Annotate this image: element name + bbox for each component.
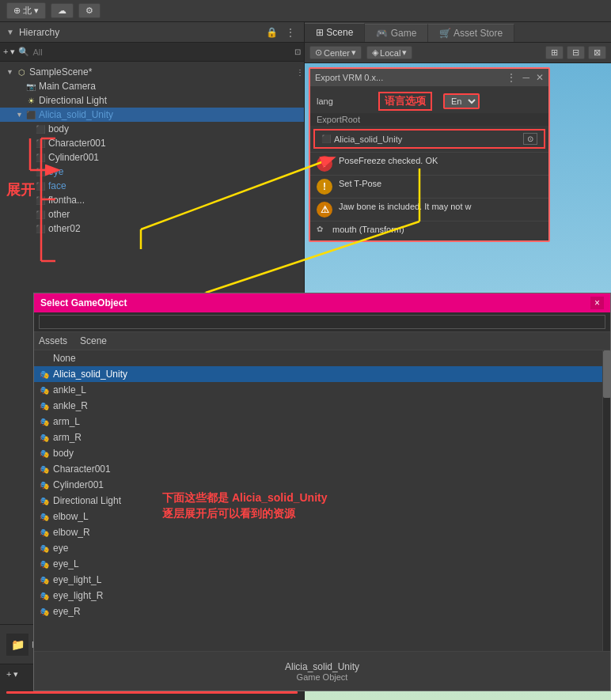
layer-button[interactable]: ⊠ — [588, 46, 606, 59]
search-input[interactable] — [32, 47, 291, 57]
alert-error-icon: ! — [317, 156, 332, 172]
dialog-item-label-body: body — [53, 448, 74, 459]
dialog-item-eye-r[interactable]: 🎭 eye_R — [34, 604, 602, 619]
dialog-item-ankle-l[interactable]: 🎭 ankle_L — [34, 382, 602, 398]
tree-arrow: ▼ — [6, 68, 16, 76]
grid-button[interactable]: ⊞ — [545, 46, 564, 59]
dialog-item-eye-light-l[interactable]: 🎭 eye_light_L — [34, 572, 602, 588]
mouth-icon: ✿ — [317, 225, 323, 233]
tree-label-alicia: Alicia_solid_Unity — [39, 109, 113, 120]
dialog-item-label-ankle-r: ankle_R — [53, 400, 88, 411]
local-button[interactable]: ◈ Local ▾ — [366, 46, 412, 59]
location-button[interactable]: ⊕ 北 ▾ — [6, 2, 46, 19]
tree-item-eye[interactable]: ⬛ eye — [0, 165, 304, 179]
tree-item-cylinder001[interactable]: ⬛ Cylinder001 — [0, 150, 304, 165]
dialog-item-label-eye-l: eye_L — [53, 558, 79, 569]
dialog-scrollbar-thumb[interactable] — [603, 350, 611, 398]
dropdown-arrow: ▾ — [34, 6, 39, 16]
vrm-alert-2-text: Set T-Pose — [339, 179, 381, 188]
tree-item-body[interactable]: ⬛ body — [0, 122, 304, 136]
settings-button[interactable]: ⚙ — [78, 3, 101, 18]
vrm-close-icon[interactable]: ✕ — [536, 72, 544, 83]
tree-item-other02[interactable]: ⬛ other02 — [0, 221, 304, 236]
dialog-item-eye[interactable]: 🎭 eye — [34, 540, 602, 556]
dialog-item-cylinder001[interactable]: 🎭 Cylinder001 — [34, 477, 602, 493]
dialog-item-eye-light-r[interactable]: 🎭 eye_light_R — [34, 588, 602, 604]
vrm-alert-1: ! PoseFreeze checked. OK — [310, 152, 548, 175]
body-icon: 🎭 — [39, 448, 50, 459]
vrm-menu-icon[interactable]: ⋮ — [507, 72, 516, 83]
tree-item-flontha[interactable]: ⬛ flontha... — [0, 193, 304, 207]
game-tab-label: Game — [391, 28, 417, 39]
dialog-item-label-eye: eye — [53, 543, 68, 554]
eye-icon: 🎭 — [39, 543, 50, 554]
dialog-item-eye-l[interactable]: 🎭 eye_L — [34, 556, 602, 572]
dialog-title-bar: Select GameObject × — [34, 293, 610, 312]
scene-tab-label: Scene — [326, 27, 353, 38]
eye-light-r-icon: 🎭 — [39, 590, 50, 601]
dialog-scrollbar[interactable] — [602, 350, 610, 651]
hierarchy-header: ▼ Hierarchy 🔒 ⋮ — [0, 22, 304, 43]
tree-item-character001[interactable]: ⬛ Character001 — [0, 136, 304, 150]
vrm-lang-row: lang 语言选项 En — [310, 89, 548, 113]
scene-menu[interactable]: ⋮ — [296, 68, 304, 77]
tree-item-directionallight[interactable]: ☀ Directional Light — [0, 93, 304, 108]
cloud-button[interactable]: ☁ — [51, 3, 74, 18]
arm-r-icon: 🎭 — [39, 432, 50, 443]
lock-icon[interactable]: 🔒 — [264, 26, 280, 39]
vrm-export-window[interactable]: Export VRM 0.x... ⋮ ─ ✕ lang 语言选项 En — [309, 67, 550, 242]
tree-item-other[interactable]: ⬛ other — [0, 207, 304, 221]
footer-name: Alicia_solid_Unity — [285, 661, 359, 672]
vrm-alert-4: ✿ mouth (Transform) — [310, 221, 548, 237]
view-button[interactable]: ⊟ — [567, 46, 585, 59]
vrm-minimize-icon[interactable]: ─ — [522, 72, 529, 83]
tree-label-other: other — [48, 209, 70, 220]
footer-type: Game Object — [297, 672, 348, 682]
tree-item-face[interactable]: ⬛ face — [0, 179, 304, 193]
dialog-item-arm-l[interactable]: 🎭 arm_L — [34, 414, 602, 429]
tree-label-eye: eye — [48, 166, 63, 177]
add-button[interactable]: + ▾ — [3, 47, 15, 57]
dialog-footer: Alicia_solid_Unity Game Object — [34, 651, 610, 691]
dialog-tab-assets[interactable]: Assets — [39, 334, 67, 348]
tab-assetstore[interactable]: 🛒 Asset Store — [428, 24, 514, 42]
vrm-root-pick[interactable]: ⊙ — [523, 133, 537, 145]
tree-item-alicia[interactable]: ▼ ⬛ Alicia_solid_Unity — [0, 108, 304, 122]
dialog-item-label-char001: Character001 — [53, 464, 111, 475]
cube-icon-alicia: ⬛ — [25, 109, 36, 120]
dialog-item-dirlight[interactable]: 🎭 Directional Light — [34, 493, 602, 509]
dialog-item-body[interactable]: 🎭 body — [34, 445, 602, 461]
dialog-tab-scene[interactable]: Scene — [80, 334, 107, 348]
menu-icon[interactable]: ⋮ — [283, 26, 298, 39]
dialog-close-button[interactable]: × — [590, 297, 604, 309]
project-icon[interactable]: 📁 — [6, 634, 28, 656]
vrm-alert-4-text: mouth (Transform) — [332, 225, 404, 234]
vrm-exportroot-row: ⬛ Alicia_solid_Unity ⊙ — [313, 129, 545, 149]
tab-game[interactable]: 🎮 Game — [365, 24, 428, 42]
elbow-r-icon: 🎭 — [39, 527, 50, 538]
tab-scene[interactable]: ⊞ Scene — [305, 23, 365, 42]
cube-icon-other: ⬛ — [35, 209, 46, 220]
center-button[interactable]: ⊙ Center ▾ — [309, 46, 362, 59]
cube-icon-other02: ⬛ — [35, 223, 46, 234]
dialog-item-elbow-l[interactable]: 🎭 elbow_L — [34, 509, 602, 524]
dialog-item-character001[interactable]: 🎭 Character001 — [34, 461, 602, 477]
dialog-list[interactable]: None 🎭 Alicia_solid_Unity 🎭 ankle_L 🎭 an… — [34, 350, 602, 651]
hierarchy-collapse-icon: ▼ — [6, 28, 14, 36]
arm-l-icon: 🎭 — [39, 416, 50, 427]
dialog-search-input[interactable] — [39, 315, 605, 329]
cube-icon-eye: ⬛ — [35, 166, 46, 177]
dialog-item-arm-r[interactable]: 🎭 arm_R — [34, 429, 602, 445]
dialog-item-ankle-r[interactable]: 🎭 ankle_R — [34, 398, 602, 414]
dialog-item-label-cyl001: Cylinder001 — [53, 479, 104, 490]
dialog-item-elbow-r[interactable]: 🎭 elbow_R — [34, 524, 602, 540]
tree-item-maincamera[interactable]: 📷 Main Camera — [0, 79, 304, 93]
tree-item-samplescene[interactable]: ▼ ⬡ SampleScene* ⋮ — [0, 65, 304, 79]
select-gameobject-dialog: Select GameObject × Assets Scene None 🎭 … — [33, 293, 611, 691]
dialog-item-none[interactable]: None — [34, 350, 602, 366]
cube-icon-char: ⬛ — [35, 138, 46, 149]
dialog-item-label-eye-light-r: eye_light_R — [53, 590, 103, 601]
bottom-add-button[interactable]: + ▾ — [6, 669, 18, 679]
dialog-item-alicia[interactable]: 🎭 Alicia_solid_Unity — [34, 366, 602, 382]
lang-select[interactable]: En — [443, 93, 480, 109]
